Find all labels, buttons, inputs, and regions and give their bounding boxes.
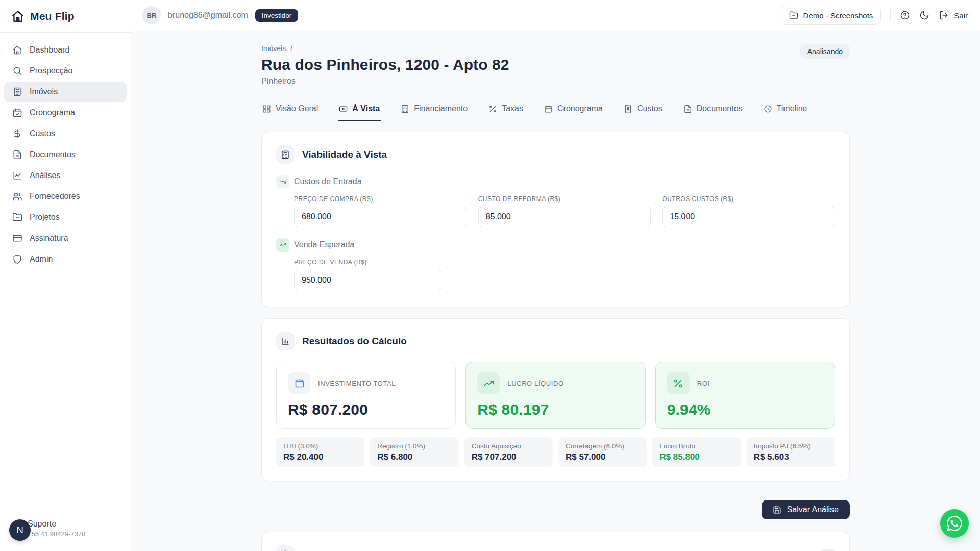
demo-project-button[interactable]: Demo - Screenshots (781, 6, 881, 25)
logout-icon (939, 10, 949, 20)
field-label: PREÇO DE VENDA (R$) (294, 259, 442, 266)
viability-title: Viabilidade à Vista (302, 149, 387, 160)
dark-mode-icon[interactable] (919, 10, 929, 20)
trending-up-icon (276, 238, 289, 252)
file-text-icon (683, 105, 692, 113)
credit-card-icon (12, 233, 22, 243)
sidebar-item-label: Imóveis (30, 87, 58, 96)
field-custo-reforma: CUSTO DE REFORMA (R$) (478, 195, 651, 227)
field-label: PREÇO DE COMPRA (R$) (294, 195, 467, 203)
calendar-icon (544, 105, 553, 113)
stat-custo-aquisicao: Custo Aquisição R$ 707.200 (464, 437, 553, 467)
sidebar-item-documentos[interactable]: Documentos (4, 144, 127, 165)
avatar[interactable]: BR (142, 6, 161, 24)
sidebar-item-fornecedores[interactable]: Fornecedores (4, 186, 127, 207)
field-label: OUTROS CUSTOS (R$) (662, 195, 835, 203)
search-icon (12, 66, 22, 76)
metric-label: LUCRO LÍQUIDO (507, 380, 564, 387)
tab-timeline[interactable]: Timeline (763, 99, 808, 121)
sidebar-item-assinatura[interactable]: Assinatura (4, 228, 127, 248)
sidebar-item-dashboard[interactable]: Dashboard (4, 40, 127, 60)
metric-value: R$ 807.200 (288, 401, 444, 418)
stat-label: Corretagem (6.0%) (566, 442, 640, 450)
line-chart-icon (12, 170, 22, 181)
home-icon (12, 45, 22, 55)
results-title: Resultados do Cálculo (302, 336, 407, 347)
page-header: Imóveis / Rua dos Pinheiros, 1200 - Apto… (261, 44, 850, 86)
calculator-icon (401, 105, 409, 113)
folder-icon (12, 212, 22, 222)
other-costs-input[interactable] (662, 207, 835, 227)
tab-taxas[interactable]: Taxas (487, 99, 524, 121)
tab-custos[interactable]: Custos (623, 99, 664, 121)
stat-label: Registro (1.0%) (377, 442, 451, 450)
sidebar-item-label: Projetos (30, 213, 60, 222)
page-subtitle: Pinheiros (261, 77, 509, 86)
sale-price-input[interactable] (294, 270, 442, 290)
whatsapp-button[interactable] (940, 509, 969, 538)
stat-value: R$ 20.400 (283, 452, 357, 462)
page-title: Rua dos Pinheiros, 1200 - Apto 82 (261, 56, 509, 73)
dev-tools-badge[interactable]: N (9, 519, 31, 541)
receipt-icon (624, 105, 632, 113)
sidebar-item-imoveis[interactable]: Imóveis (4, 82, 127, 102)
save-analysis-button[interactable]: Salvar Análise (762, 500, 850, 519)
purchase-price-input[interactable] (294, 207, 467, 227)
user-cluster: BR brunog86@gmail.com Investidor (142, 6, 298, 24)
field-outros-custos: OUTROS CUSTOS (R$) (662, 195, 835, 227)
brand[interactable]: Meu Flip (0, 0, 131, 33)
sidebar-item-custos[interactable]: Custos (4, 123, 127, 144)
save-analysis-label: Salvar Análise (787, 505, 839, 514)
tab-cronograma[interactable]: Cronograma (543, 99, 604, 121)
tab-financiamento[interactable]: Financiamento (400, 99, 469, 121)
breadcrumb-imoveis[interactable]: Imóveis (261, 44, 286, 53)
sidebar-item-projetos[interactable]: Projetos (4, 207, 127, 228)
stat-label: Lucro Bruto (659, 442, 733, 450)
help-icon[interactable] (900, 10, 910, 20)
file-text-icon (12, 149, 22, 160)
tab-label: Financiamento (414, 104, 468, 113)
metric-label: INVESTIMENTO TOTAL (318, 380, 396, 387)
sidebar-item-prospeccao[interactable]: Prospecção (4, 61, 127, 81)
field-preco-venda: PREÇO DE VENDA (R$) (294, 259, 442, 290)
breadcrumb: Imóveis / (261, 44, 509, 53)
save-icon (773, 506, 781, 514)
field-preco-compra: PREÇO DE COMPRA (R$) (294, 195, 467, 227)
trending-down-icon (276, 175, 289, 188)
brand-name: Meu Flip (30, 10, 75, 22)
sidebar-item-label: Fornecedores (30, 192, 80, 201)
grid-icon (262, 105, 271, 113)
stat-label: Imposto PJ (6.5%) (754, 442, 828, 450)
topbar: BR brunog86@gmail.com Investidor Demo - … (131, 0, 980, 31)
history-card: Histórico de Análises 2 (261, 532, 850, 551)
stat-value: R$ 5.603 (754, 452, 828, 462)
stat-value: R$ 707.200 (472, 452, 546, 462)
sidebar-item-analises[interactable]: Análises (4, 165, 127, 186)
sidebar-item-label: Dashboard (30, 45, 69, 55)
logout-button[interactable]: Sair (939, 10, 968, 20)
stat-itbi: ITBI (3.0%) R$ 20.400 (276, 437, 364, 467)
sidebar-item-cronograma[interactable]: Cronograma (4, 103, 127, 123)
sidebar: Meu Flip Dashboard Prospecção Imóveis Cr… (0, 0, 131, 551)
banknote-icon (339, 105, 348, 113)
tab-visao-geral[interactable]: Visão Geral (261, 99, 319, 121)
results-card: Resultados do Cálculo INVESTIMENTO TOTAL… (261, 318, 850, 481)
sidebar-item-label: Custos (30, 129, 55, 138)
renovation-cost-input[interactable] (478, 207, 651, 227)
tab-a-vista[interactable]: À Vista (338, 99, 381, 121)
history-title: Histórico de Análises (302, 549, 401, 551)
clock-icon (764, 105, 772, 113)
sidebar-item-label: Análises (30, 171, 60, 180)
status-badge: Analisando (800, 44, 850, 59)
brand-logo-icon (11, 10, 24, 23)
expected-sale-section-label: Venda Esperada (294, 240, 354, 249)
bar-chart-icon (276, 332, 295, 350)
sidebar-item-label: Cronograma (30, 108, 75, 117)
tab-documentos[interactable]: Documentos (682, 99, 744, 121)
support-title: Suporte (28, 519, 85, 529)
main-area: BR brunog86@gmail.com Investidor Demo - … (131, 0, 980, 551)
percent-icon (667, 372, 690, 394)
sidebar-item-admin[interactable]: Admin (4, 249, 127, 269)
stat-corretagem: Corretagem (6.0%) R$ 57.000 (558, 437, 647, 467)
stat-lucro-bruto: Lucro Bruto R$ 85.800 (652, 437, 741, 467)
